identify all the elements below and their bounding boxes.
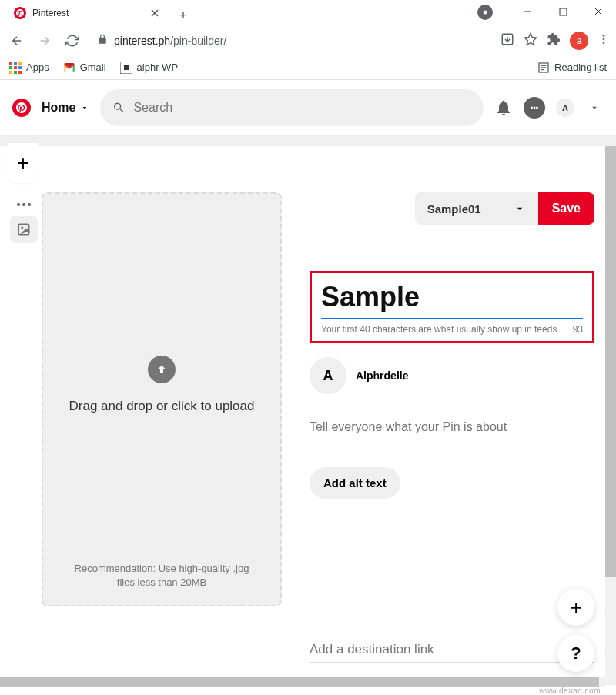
reading-list-button[interactable]: Reading list <box>537 62 607 74</box>
upload-icon <box>148 356 176 383</box>
board-select[interactable]: Sample01 <box>415 192 538 225</box>
browser-addressbar: pinterest.ph/pin-builder/ a <box>0 26 616 55</box>
alphr-icon <box>120 62 132 74</box>
bookmarks-bar: Apps Gmail alphr WP Reading list <box>0 55 616 80</box>
watermark: www.deuaq.com <box>539 687 601 695</box>
pin-builder: Drag and drop or click to upload Recomme… <box>3 146 607 663</box>
upload-recommendation: Recommendation: Use high-quality .jpg fi… <box>59 562 265 590</box>
title-hint-text: Your first 40 characters are what usuall… <box>321 324 557 335</box>
bookmark-alphr-label: alphr WP <box>137 62 178 73</box>
title-char-counter: 93 <box>573 324 583 335</box>
svg-point-11 <box>536 107 538 109</box>
lock-icon <box>97 34 108 48</box>
pin-form: Sample01 Save Your first 40 characters a… <box>310 192 607 663</box>
reading-list-label: Reading list <box>554 62 607 73</box>
svg-point-4 <box>603 38 605 40</box>
search-icon <box>112 101 126 115</box>
pin-title-input[interactable] <box>321 281 583 319</box>
chevron-down-icon <box>514 202 526 215</box>
left-tools <box>3 192 45 663</box>
apps-icon <box>9 62 22 74</box>
browser-tab[interactable]: Pinterest <box>6 0 168 26</box>
upload-text: Drag and drop or click to upload <box>69 397 255 416</box>
messages-icon[interactable] <box>524 97 545 119</box>
bookmark-star-icon[interactable] <box>524 32 537 49</box>
forward-button[interactable] <box>34 30 55 52</box>
svg-point-13 <box>21 226 23 229</box>
svg-point-10 <box>534 107 536 109</box>
browser-titlebar: Pinterest + <box>0 0 616 26</box>
author-avatar[interactable]: A <box>310 357 346 394</box>
add-pin-tab[interactable]: + <box>8 143 38 183</box>
title-highlight-box: Your first 40 characters are what usuall… <box>310 271 594 343</box>
close-window-button[interactable] <box>581 0 616 23</box>
search-bar[interactable] <box>100 89 484 126</box>
pinterest-logo[interactable] <box>12 99 31 117</box>
search-input[interactable] <box>133 101 471 115</box>
menu-icon[interactable] <box>598 33 610 48</box>
account-chevron-icon[interactable] <box>585 99 604 117</box>
board-selected-label: Sample01 <box>427 202 481 216</box>
profile-indicator-icon[interactable] <box>477 5 493 20</box>
reload-button[interactable] <box>62 30 83 52</box>
extensions-icon[interactable] <box>547 32 561 49</box>
profile-avatar[interactable]: a <box>570 32 588 50</box>
back-button[interactable] <box>6 30 28 52</box>
upload-dropzone[interactable]: Drag and drop or click to upload Recomme… <box>42 192 282 606</box>
new-tab-button[interactable]: + <box>172 5 194 26</box>
svg-point-9 <box>531 107 533 109</box>
horizontal-scrollbar[interactable] <box>0 677 605 687</box>
save-button[interactable]: Save <box>538 192 594 225</box>
bookmark-apps[interactable]: Apps <box>9 62 49 74</box>
destination-link-input[interactable] <box>310 637 594 663</box>
add-alt-text-button[interactable]: Add alt text <box>310 467 400 499</box>
pin-description-input[interactable] <box>310 416 594 439</box>
gmail-icon <box>63 63 75 72</box>
svg-point-5 <box>603 42 605 44</box>
svg-rect-7 <box>124 65 129 70</box>
install-icon[interactable] <box>500 32 514 49</box>
more-options-button[interactable] <box>11 197 37 212</box>
reading-list-icon <box>537 62 550 74</box>
bookmark-apps-label: Apps <box>26 62 49 73</box>
addressbar-actions: a <box>500 32 610 50</box>
image-thumbnail-button[interactable] <box>10 216 38 243</box>
window-controls <box>510 0 616 23</box>
vertical-scrollbar[interactable] <box>605 146 616 685</box>
pinterest-header: Home A <box>0 80 616 135</box>
notifications-icon[interactable] <box>494 99 513 117</box>
main-content: + Drag and drop or click to upload Recom… <box>0 135 616 695</box>
svg-rect-1 <box>560 8 567 15</box>
url-box[interactable]: pinterest.ph/pin-builder/ <box>89 30 494 52</box>
fab-add-button[interactable]: + <box>557 589 594 626</box>
header-avatar[interactable]: A <box>556 99 574 117</box>
author-name: Alphrdelle <box>356 369 408 382</box>
bookmark-gmail-label: Gmail <box>80 62 106 73</box>
image-icon <box>17 222 31 236</box>
bookmark-gmail[interactable]: Gmail <box>63 62 106 73</box>
bookmark-alphr[interactable]: alphr WP <box>120 62 178 74</box>
url-text: pinterest.ph/pin-builder/ <box>114 35 226 47</box>
svg-point-0 <box>484 11 487 15</box>
tab-close-icon[interactable] <box>149 8 160 18</box>
author-row: A Alphrdelle <box>310 357 594 394</box>
chevron-down-icon <box>80 103 89 112</box>
pinterest-favicon <box>14 7 26 19</box>
tab-title: Pinterest <box>32 8 143 18</box>
home-label: Home <box>42 101 75 115</box>
home-dropdown[interactable]: Home <box>42 101 89 115</box>
maximize-button[interactable] <box>545 0 581 23</box>
svg-point-3 <box>603 35 605 37</box>
minimize-button[interactable] <box>510 0 545 23</box>
fab-help-button[interactable]: ? <box>557 635 594 672</box>
